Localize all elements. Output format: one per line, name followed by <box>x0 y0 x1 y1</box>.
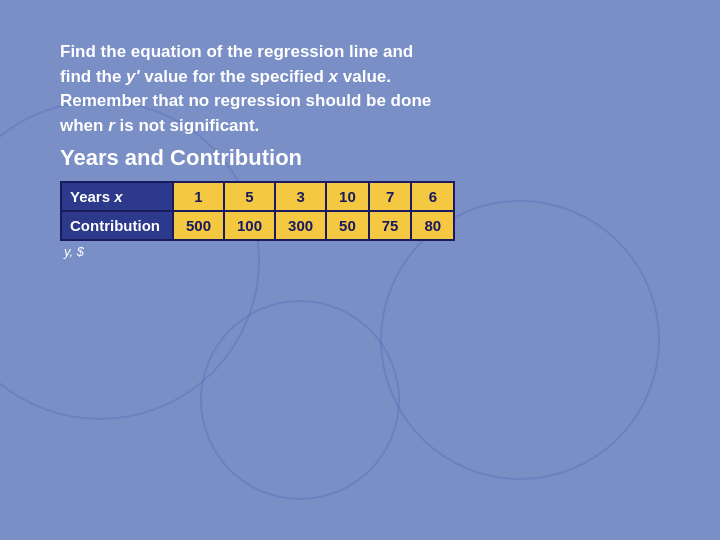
table-row-1: Years x 1 5 3 10 7 6 <box>61 182 454 211</box>
contrib-val-4: 50 <box>326 211 369 240</box>
data-table: Years x 1 5 3 10 7 6 Contribution 500 10… <box>60 181 455 241</box>
line2-post: value. <box>338 67 391 86</box>
year-val-2: 5 <box>224 182 275 211</box>
year-val-5: 7 <box>369 182 412 211</box>
years-x-var: x <box>114 188 122 205</box>
subtitle-text: Years and Contribution <box>60 145 660 171</box>
decorative-circle-3 <box>200 300 400 500</box>
line4-post: is not significant. <box>115 116 260 135</box>
year-val-4: 10 <box>326 182 369 211</box>
data-table-wrapper: Years x 1 5 3 10 7 6 Contribution 500 10… <box>60 181 660 259</box>
years-header: Years x <box>61 182 173 211</box>
year-val-3: 3 <box>275 182 326 211</box>
main-content: Find the equation of the regression line… <box>0 0 720 289</box>
line2-pre: find the <box>60 67 126 86</box>
year-val-6: 6 <box>411 182 454 211</box>
r-var: r <box>108 116 115 135</box>
contrib-val-1: 500 <box>173 211 224 240</box>
years-label-pre: Years <box>70 188 114 205</box>
year-val-1: 1 <box>173 182 224 211</box>
instruction-text: Find the equation of the regression line… <box>60 40 660 139</box>
y-dollar-label: y, $ <box>64 244 660 259</box>
line2-mid: value for the specified <box>140 67 329 86</box>
line4-pre: when <box>60 116 108 135</box>
contrib-val-5: 75 <box>369 211 412 240</box>
x-var: x <box>329 67 338 86</box>
y-prime-var: y' <box>126 67 140 86</box>
line3: Remember that no regression should be do… <box>60 91 431 110</box>
contribution-header: Contribution <box>61 211 173 240</box>
line1: Find the equation of the regression line… <box>60 42 413 61</box>
contrib-val-6: 80 <box>411 211 454 240</box>
contrib-val-2: 100 <box>224 211 275 240</box>
contrib-val-3: 300 <box>275 211 326 240</box>
table-row-2: Contribution 500 100 300 50 75 80 <box>61 211 454 240</box>
